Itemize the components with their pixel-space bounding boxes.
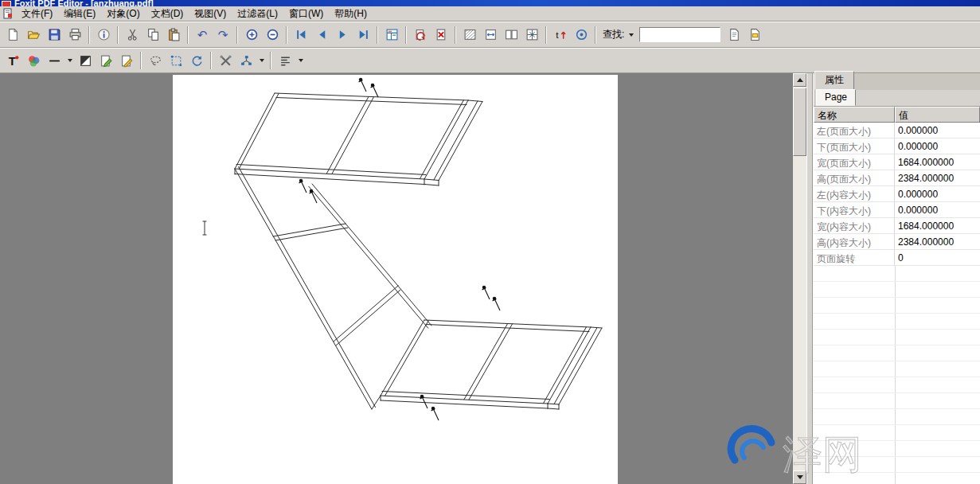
cluster-dropdown[interactable] (256, 53, 267, 68)
hatch-pattern-button[interactable] (459, 25, 480, 45)
main-area: 属性 Page 名称 值 左(页面大小) 0.000000 下(页面大小) (0, 73, 980, 484)
document-info-button[interactable] (93, 25, 114, 45)
property-value: 0.000000 (895, 186, 980, 202)
object-cluster-button[interactable] (236, 51, 256, 71)
undo-button[interactable]: ↶ (192, 25, 213, 45)
menu-item[interactable]: 窗口(W) (283, 6, 329, 22)
bolt-marks (299, 78, 501, 420)
vertical-scrollbar[interactable] (793, 73, 806, 484)
property-row[interactable]: 高(内容大小) 2384.000000 (814, 234, 980, 250)
transform-select-button[interactable] (166, 51, 186, 71)
save-button[interactable] (44, 25, 64, 45)
property-row[interactable]: 左(页面大小) 0.000000 (814, 123, 980, 139)
print-button[interactable] (64, 25, 85, 45)
redo-button[interactable]: ↷ (213, 25, 233, 45)
delete-page-button[interactable] (431, 25, 451, 45)
fit-page-button[interactable] (480, 25, 501, 45)
toolbar-edit: T (0, 48, 980, 73)
property-value: 2384.000000 (895, 170, 980, 186)
rotate-page-icon (414, 28, 428, 41)
edit-object-button[interactable] (116, 51, 137, 71)
target-button[interactable] (571, 25, 592, 45)
property-row[interactable]: 宽(页面大小) 1684.000000 (814, 154, 980, 170)
scroll-track[interactable] (793, 156, 806, 470)
text-tool-button[interactable]: T (2, 51, 23, 71)
two-page-layout-button[interactable] (501, 25, 521, 45)
menu-item[interactable]: 帮助(H) (329, 6, 373, 22)
property-row[interactable]: 高(页面大小) 2384.000000 (814, 170, 980, 186)
rotate-page-button[interactable] (410, 25, 431, 45)
chevron-down-icon (260, 59, 264, 62)
toolbar-separator (187, 26, 189, 44)
page-properties-icon (748, 28, 762, 41)
property-row[interactable]: 左(内容大小) 0.000000 (814, 186, 980, 202)
arrow-up-icon (797, 78, 803, 82)
edit-object-icon (120, 54, 134, 68)
line-tool-button[interactable] (44, 51, 64, 71)
find-dropdown-button[interactable] (626, 27, 636, 43)
new-button[interactable] (2, 25, 23, 45)
scroll-up-button[interactable] (793, 73, 806, 87)
lasso-select-button[interactable] (145, 51, 166, 71)
transform-icon (170, 54, 183, 68)
first-page-button[interactable] (291, 25, 311, 45)
pdf-page[interactable] (173, 75, 618, 484)
edit-pencil-icon (100, 54, 113, 68)
four-page-layout-button[interactable] (521, 25, 542, 45)
menu-item[interactable]: 对象(O) (101, 6, 145, 22)
copy-button[interactable] (143, 25, 163, 45)
line-tool-dropdown[interactable] (64, 53, 75, 68)
menu-item[interactable]: 文档(D) (146, 6, 189, 22)
toolbar-separator (545, 26, 547, 44)
page-form-button[interactable] (381, 25, 402, 45)
property-value: 0.000000 (895, 202, 980, 218)
zoom-in-button[interactable] (241, 25, 262, 45)
zoom-out-button[interactable] (262, 25, 283, 45)
find-input[interactable] (639, 27, 720, 42)
align-objects-button[interactable] (275, 51, 295, 71)
fill-tool-button[interactable] (75, 51, 96, 71)
property-grid-body: 左(页面大小) 0.000000 下(页面大小) 0.000000 宽(页面大小… (814, 123, 980, 266)
property-row[interactable]: 下(页面大小) 0.000000 (814, 139, 980, 154)
rotate-object-button[interactable] (186, 51, 207, 71)
property-row[interactable]: 下(内容大小) 0.000000 (814, 202, 980, 218)
document-window-icon[interactable] (2, 8, 14, 20)
printer-icon (68, 28, 82, 41)
page-tab[interactable]: Page (816, 89, 856, 106)
align-dropdown[interactable] (295, 53, 306, 68)
menu-item[interactable]: 编辑(E) (58, 6, 101, 22)
panel-splitter[interactable] (806, 73, 813, 484)
properties-tab[interactable]: 属性 (814, 71, 854, 90)
svg-text:T: T (8, 54, 15, 67)
extract-text-button[interactable] (724, 25, 744, 45)
repair-tools-button[interactable] (215, 51, 236, 71)
menu-item[interactable]: 视图(V) (189, 6, 232, 22)
property-name: 左(页面大小) (814, 123, 895, 139)
property-row[interactable]: 宽(内容大小) 1684.000000 (814, 218, 980, 234)
insert-text-button[interactable]: t (550, 25, 571, 45)
empty-grid-area (814, 266, 980, 484)
property-row[interactable]: 页面旋转 0 (814, 250, 980, 266)
open-button[interactable] (23, 25, 44, 45)
property-value: 1684.000000 (895, 218, 980, 234)
toolbar-separator (236, 26, 238, 44)
menu-item[interactable]: 过滤器(L) (232, 6, 283, 22)
name-column-header[interactable]: 名称 (814, 107, 895, 123)
page-properties-button[interactable] (744, 25, 765, 45)
toolbar-separator (140, 52, 142, 69)
color-tool-button[interactable] (23, 51, 44, 71)
find-label: 查找: (603, 28, 624, 41)
next-page-button[interactable] (332, 25, 353, 45)
value-column-header[interactable]: 值 (895, 107, 980, 123)
scroll-thumb[interactable] (793, 88, 806, 156)
scroll-down-button[interactable] (793, 470, 806, 484)
document-canvas[interactable] (0, 73, 793, 484)
last-page-button[interactable] (353, 25, 373, 45)
paste-button[interactable] (163, 25, 184, 45)
cut-button[interactable] (122, 25, 143, 45)
rotate-object-icon (190, 54, 204, 68)
property-name: 宽(内容大小) (814, 218, 895, 234)
previous-page-button[interactable] (311, 25, 332, 45)
edit-page-button[interactable] (96, 51, 116, 71)
menu-item[interactable]: 文件(F) (16, 6, 58, 22)
